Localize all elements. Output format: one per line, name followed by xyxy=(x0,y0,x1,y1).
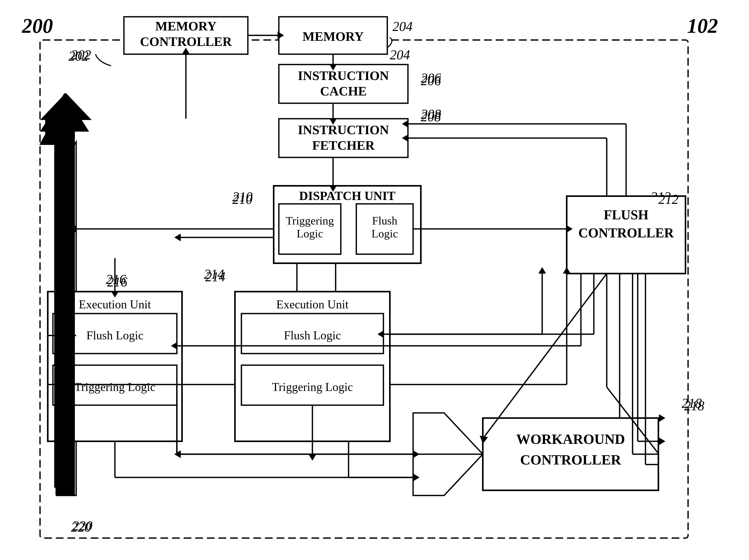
svg-marker-127 xyxy=(659,438,665,445)
svg-text:Triggering Logic: Triggering Logic xyxy=(272,380,353,394)
svg-text:Logic: Logic xyxy=(297,227,323,240)
svg-text:208: 208 xyxy=(421,109,441,124)
svg-text:204: 204 xyxy=(392,19,412,34)
svg-marker-103 xyxy=(54,111,75,488)
svg-text:212: 212 xyxy=(658,192,679,207)
svg-text:FETCHER: FETCHER xyxy=(312,138,375,153)
svg-text:218: 218 xyxy=(684,399,704,413)
svg-marker-98 xyxy=(308,454,316,461)
svg-text:216: 216 xyxy=(107,274,127,289)
svg-text:CACHE: CACHE xyxy=(320,84,367,98)
svg-text:CONTROLLER: CONTROLLER xyxy=(520,452,621,468)
svg-line-120 xyxy=(483,273,607,439)
svg-text:MEMORY: MEMORY xyxy=(155,19,216,33)
svg-text:Execution Unit: Execution Unit xyxy=(276,298,348,311)
svg-text:MEMORY: MEMORY xyxy=(302,29,364,44)
diagram-svg: 202 MEMORY CONTROLLER MEMORY 204 206 INS… xyxy=(0,0,749,560)
svg-marker-124 xyxy=(659,414,665,422)
svg-text:220: 220 xyxy=(72,518,92,533)
svg-text:204: 204 xyxy=(390,47,410,62)
svg-marker-56 xyxy=(174,233,181,241)
svg-text:206: 206 xyxy=(421,73,441,88)
svg-text:214: 214 xyxy=(205,269,226,284)
svg-text:CONTROLLER: CONTROLLER xyxy=(140,34,232,49)
svg-text:Flush: Flush xyxy=(372,215,397,227)
svg-text:Triggering Logic: Triggering Logic xyxy=(74,380,155,394)
svg-text:WORKAROUND: WORKAROUND xyxy=(516,431,625,447)
svg-text:Flush Logic: Flush Logic xyxy=(86,329,143,342)
svg-text:FLUSH: FLUSH xyxy=(604,207,648,222)
svg-text:CONTROLLER: CONTROLLER xyxy=(578,226,674,240)
svg-marker-118 xyxy=(538,267,546,273)
svg-text:DISPATCH UNIT: DISPATCH UNIT xyxy=(299,189,395,203)
svg-text:Logic: Logic xyxy=(371,227,398,240)
svg-text:Triggering: Triggering xyxy=(286,215,334,227)
svg-text:INSTRUCTION: INSTRUCTION xyxy=(298,68,389,83)
svg-text:Flush Logic: Flush Logic xyxy=(284,329,341,342)
diagram: 200 102 202 MEMORY CONTROLLER MEMORY 204… xyxy=(0,0,749,560)
svg-text:210: 210 xyxy=(232,192,253,207)
svg-text:INSTRUCTION: INSTRUCTION xyxy=(298,122,389,137)
svg-text:Execution Unit: Execution Unit xyxy=(79,298,151,311)
svg-text:202: 202 xyxy=(68,49,89,64)
